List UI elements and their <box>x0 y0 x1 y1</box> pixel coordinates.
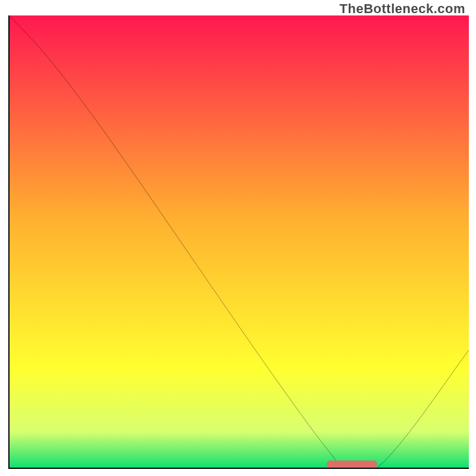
branding-watermark: TheBottleneck.com <box>340 1 465 17</box>
chart-plot-area <box>8 15 469 469</box>
svg-rect-0 <box>10 15 469 468</box>
chart-background-gradient <box>10 15 469 468</box>
